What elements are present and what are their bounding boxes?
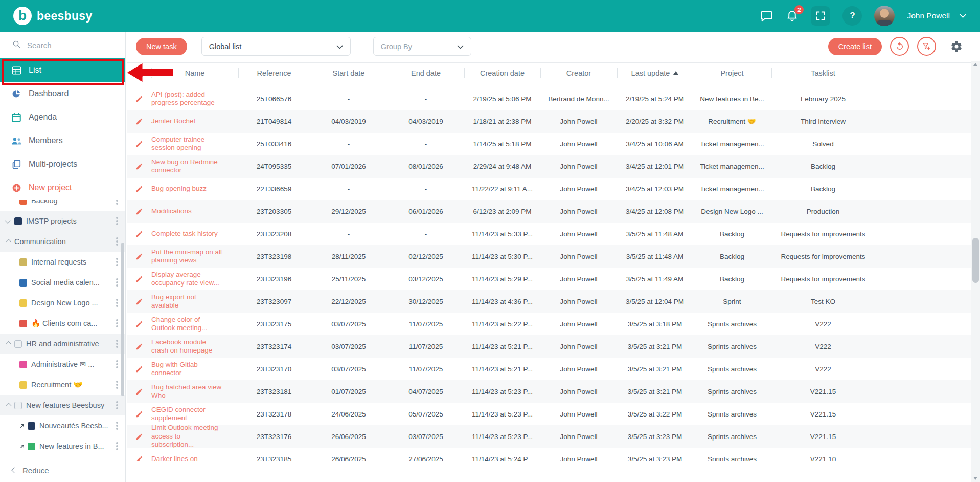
project-item-hr-and-administrative[interactable]: HR and administrative: [0, 334, 125, 354]
sidebar-item-agenda[interactable]: Agenda: [0, 105, 125, 129]
edit-pencil-icon[interactable]: [127, 433, 151, 441]
beesbusy-logo[interactable]: b beesbusy: [13, 7, 93, 25]
search-input[interactable]: [27, 41, 104, 50]
reduce-sidebar-button[interactable]: Reduce: [0, 458, 125, 482]
refresh-button[interactable]: [890, 37, 909, 56]
edit-pencil-icon[interactable]: [127, 410, 151, 418]
edit-pencil-icon[interactable]: [127, 388, 151, 396]
chevron-down-icon[interactable]: [5, 218, 11, 224]
kebab-menu-icon[interactable]: [116, 220, 118, 222]
task-name-link[interactable]: Facebook module crash on homepage: [151, 338, 238, 355]
task-name-link[interactable]: API (post): added progress percentage: [151, 91, 238, 107]
edit-pencil-icon[interactable]: [127, 320, 151, 328]
column-header-creator[interactable]: Creator: [540, 63, 617, 83]
kebab-menu-icon[interactable]: [116, 384, 118, 386]
kebab-menu-icon[interactable]: [116, 425, 118, 427]
project-item-imstp-projects[interactable]: IMSTP projects: [0, 211, 125, 231]
project-item-new-features-beesbusy[interactable]: New features Beesbusy: [0, 395, 125, 415]
column-header-tasklist[interactable]: Tasklist: [771, 63, 875, 83]
group-by-select[interactable]: Group By: [373, 37, 471, 56]
kebab-menu-icon[interactable]: [116, 281, 118, 283]
project-item-clients-com-ca[interactable]: 🔥 Clients com ca...: [0, 313, 125, 334]
chevron-up-icon[interactable]: [6, 341, 11, 347]
sidebar-item-list[interactable]: List: [0, 58, 125, 82]
scroll-down-arrow-icon[interactable]: [973, 477, 977, 480]
edit-pencil-icon[interactable]: [127, 253, 151, 260]
task-name-link[interactable]: Complete task history: [151, 230, 238, 238]
project-item-new-features-in-b[interactable]: New features in B...: [0, 436, 125, 456]
chevron-down-icon[interactable]: [959, 13, 967, 18]
task-name-link[interactable]: Computer trainee session opening: [151, 136, 238, 152]
help-icon[interactable]: ?: [842, 6, 862, 26]
edit-pencil-icon[interactable]: [127, 343, 151, 350]
edit-pencil-icon[interactable]: [127, 365, 151, 373]
task-name-link[interactable]: Change color of Outlook meeting...: [151, 316, 238, 333]
kebab-menu-icon[interactable]: [116, 343, 118, 345]
kebab-menu-icon[interactable]: [116, 240, 118, 243]
fullscreen-icon[interactable]: [811, 6, 830, 26]
edit-pencil-icon[interactable]: [127, 275, 151, 283]
column-header-reference[interactable]: Reference: [238, 63, 310, 83]
column-header-creation-date[interactable]: Creation date: [464, 63, 540, 83]
edit-pencil-icon[interactable]: [127, 455, 151, 462]
sidebar-item-new-project[interactable]: New project: [0, 176, 125, 200]
user-avatar[interactable]: [874, 6, 895, 26]
column-header-name[interactable]: Name: [151, 63, 238, 83]
kebab-menu-icon[interactable]: [116, 404, 118, 406]
task-name-link[interactable]: Bug with Gitlab connector: [151, 361, 238, 378]
task-name-link[interactable]: Bug export not available: [151, 293, 238, 310]
edit-pencil-icon[interactable]: [127, 95, 151, 103]
chevron-up-icon[interactable]: [6, 239, 11, 245]
task-name-link[interactable]: CEGID connector supplement: [151, 406, 238, 423]
project-item-nouveaut-s-beesb[interactable]: Nouveautés Beesb...: [0, 415, 125, 436]
edit-pencil-icon[interactable]: [127, 208, 151, 215]
new-task-button[interactable]: New task: [136, 38, 187, 55]
column-header-last-update[interactable]: Last update: [617, 63, 693, 83]
settings-gear-icon[interactable]: [950, 40, 963, 53]
sidebar-item-members[interactable]: Members: [0, 129, 125, 152]
task-name-link[interactable]: Jenifer Bochet: [151, 117, 238, 125]
kebab-menu-icon[interactable]: [116, 322, 118, 324]
sidebar-item-dashboard[interactable]: Dashboard: [0, 82, 125, 105]
edit-pencil-icon[interactable]: [127, 298, 151, 305]
edit-pencil-icon[interactable]: [127, 118, 151, 125]
sidebar-scrollbar-thumb[interactable]: [121, 243, 124, 396]
task-name-link[interactable]: Modifications: [151, 207, 238, 215]
sidebar-item-multi-projects[interactable]: Multi-projects: [0, 152, 125, 176]
task-name-link[interactable]: Display average occupancy rate view...: [151, 271, 238, 288]
column-header-end-date[interactable]: End date: [388, 63, 464, 83]
task-name-link[interactable]: New bug on Redmine connector: [151, 158, 238, 175]
edit-pencil-icon[interactable]: [127, 185, 151, 193]
project-item-social-media-calen[interactable]: Social media calen...: [0, 272, 125, 293]
task-name-link[interactable]: Limit Outlook meeting access to subscrip…: [151, 424, 238, 449]
task-name-link[interactable]: Bug opening buzz: [151, 185, 238, 193]
main-scrollbar-thumb[interactable]: [972, 238, 979, 283]
kebab-menu-icon[interactable]: [116, 302, 118, 304]
notifications-bell-icon[interactable]: 2: [786, 9, 799, 23]
user-name[interactable]: John Powell: [907, 11, 950, 20]
kebab-menu-icon[interactable]: [116, 363, 118, 365]
kebab-menu-icon[interactable]: [116, 445, 118, 447]
project-item-communication[interactable]: Communication: [0, 231, 125, 252]
chevron-up-icon[interactable]: [6, 403, 11, 408]
create-list-button[interactable]: Create list: [828, 38, 882, 55]
kebab-menu-icon[interactable]: [116, 261, 118, 263]
task-name-link[interactable]: Bug hatched area view Who: [151, 383, 238, 400]
list-select[interactable]: Global list: [201, 37, 351, 56]
chat-icon[interactable]: [760, 9, 773, 23]
project-item-recruitment[interactable]: Recruitment 🤝: [0, 375, 125, 395]
edit-pencil-icon[interactable]: [127, 140, 151, 148]
project-item-internal-requests[interactable]: Internal requests: [0, 252, 125, 272]
scroll-up-arrow-icon[interactable]: [973, 63, 977, 66]
task-name-link[interactable]: Darker lines on: [151, 455, 238, 461]
add-filter-button[interactable]: [917, 37, 936, 56]
kebab-menu-icon[interactable]: [116, 200, 118, 202]
edit-pencil-icon[interactable]: [127, 163, 151, 170]
edit-pencil-icon[interactable]: [127, 230, 151, 238]
column-header-project[interactable]: Project: [693, 63, 771, 83]
project-item-backlog[interactable]: Backlog: [0, 200, 125, 211]
project-item-design-new-logo[interactable]: Design New Logo ...: [0, 293, 125, 313]
task-name-link[interactable]: Put the mini-map on all planning views: [151, 248, 238, 265]
column-header-start-date[interactable]: Start date: [310, 63, 388, 83]
project-item-administrative[interactable]: Administrative ✉ ...: [0, 354, 125, 375]
